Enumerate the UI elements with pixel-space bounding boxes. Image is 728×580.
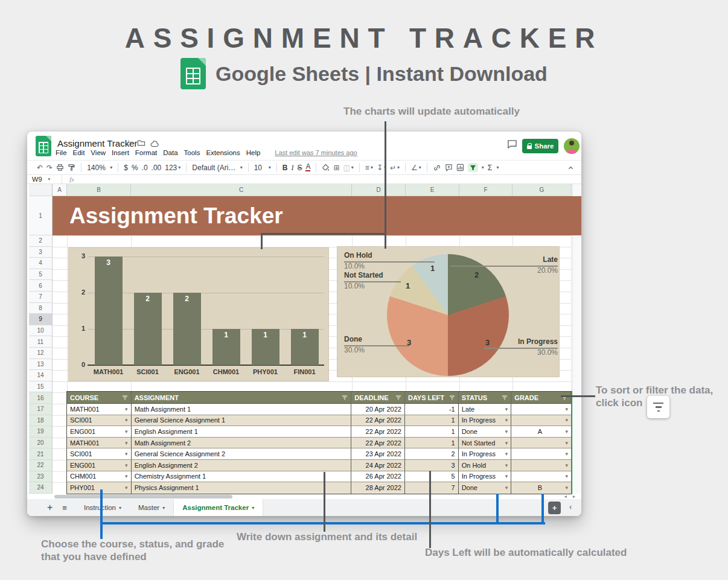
row-header-9[interactable]: 9 <box>29 314 53 325</box>
cell-dropdown-icon[interactable]: ▾ <box>125 440 128 446</box>
row-header-6[interactable]: 6 <box>29 280 53 292</box>
cell-dropdown-icon[interactable]: ▾ <box>565 473 568 479</box>
paint-format-icon[interactable] <box>68 164 75 171</box>
banner-cell[interactable]: Assignment Tracker <box>53 196 581 235</box>
merge-cells-icon[interactable]: ◫▾ <box>343 164 354 171</box>
cell-status[interactable]: On Hold▾ <box>459 460 512 471</box>
cell-assignment[interactable]: Math Assignment 1 <box>132 404 352 415</box>
cell-dropdown-icon[interactable]: ▾ <box>125 473 128 479</box>
cell-dropdown-icon[interactable]: ▾ <box>505 485 508 491</box>
menu-data[interactable]: Data <box>163 149 177 156</box>
cell-course[interactable]: MATH001▾ <box>67 438 132 449</box>
cell-deadline[interactable]: 26 Apr 2022 <box>351 471 405 483</box>
redo-icon[interactable]: ↷ <box>46 164 53 171</box>
add-sheet-icon[interactable]: + <box>47 502 53 513</box>
cell-dropdown-icon[interactable]: ▾ <box>565 417 568 423</box>
cell-status[interactable]: Not Started▾ <box>459 438 512 449</box>
borders-icon[interactable]: ⊞ <box>333 164 339 171</box>
more-formats-select[interactable]: 123▾ <box>165 164 180 171</box>
column-header-deadline[interactable]: DEADLINE <box>351 392 405 404</box>
cell-dropdown-icon[interactable]: ▾ <box>125 429 128 435</box>
cell-dropdown-icon[interactable]: ▾ <box>505 451 508 457</box>
column-filter-icon[interactable] <box>342 395 348 401</box>
row-header-10[interactable]: 10 <box>29 325 53 337</box>
cell-dropdown-icon[interactable]: ▾ <box>565 485 568 491</box>
print-icon[interactable] <box>56 164 64 171</box>
insert-comment-icon[interactable] <box>445 164 453 171</box>
cell-deadline[interactable]: 22 Apr 2022 <box>351 438 405 449</box>
text-wrap-icon[interactable]: ↵▾ <box>390 164 400 171</box>
cell-course[interactable]: ENG001▾ <box>67 426 132 438</box>
row-header-2[interactable]: 2 <box>29 235 53 247</box>
column-header-D[interactable]: D <box>352 184 406 196</box>
column-filter-icon[interactable] <box>449 395 455 401</box>
menu-format[interactable]: Format <box>135 149 157 156</box>
cell-dropdown-icon[interactable]: ▾ <box>125 462 128 468</box>
horizontal-align-icon[interactable]: ≡▾ <box>365 164 373 171</box>
row-header-15[interactable]: 15 <box>29 381 53 393</box>
collapse-toolbar-icon[interactable] <box>567 163 574 174</box>
cell-grade[interactable]: ▾ <box>511 404 571 415</box>
name-box[interactable]: W9▾ <box>27 175 62 183</box>
bar-CHM001[interactable]: 1 <box>212 329 240 365</box>
row-header-21[interactable]: 21 <box>29 448 53 460</box>
cell-dropdown-icon[interactable]: ▾ <box>505 462 508 468</box>
column-header-status[interactable]: STATUS <box>459 392 512 404</box>
row-header-24[interactable]: 24 <box>29 482 53 494</box>
cell-dropdown-icon[interactable]: ▾ <box>505 406 508 412</box>
column-header-B[interactable]: B <box>67 184 131 196</box>
cell-dropdown-icon[interactable]: ▾ <box>505 440 508 446</box>
cell-days-left[interactable]: 5 <box>405 471 459 483</box>
cell-days-left[interactable]: 1 <box>405 438 459 449</box>
row-header-20[interactable]: 20 <box>29 438 53 449</box>
cell-status[interactable]: In Progress▾ <box>459 448 512 460</box>
menu-help[interactable]: Help <box>246 149 261 156</box>
cell-grade[interactable]: ▾ <box>511 460 571 471</box>
column-filter-icon[interactable] <box>395 395 401 401</box>
menu-tools[interactable]: Tools <box>184 149 200 156</box>
scrollbar-thumb[interactable] <box>54 495 232 499</box>
cell-dropdown-icon[interactable]: ▾ <box>565 406 568 412</box>
cloud-status-icon[interactable] <box>150 140 159 148</box>
cell-days-left[interactable]: 1 <box>405 415 459 427</box>
cell-course[interactable]: CHM001▾ <box>67 471 132 483</box>
side-panel-icon[interactable]: + <box>548 502 561 514</box>
cell-days-left[interactable]: -1 <box>405 404 459 415</box>
cell-status[interactable]: Late▾ <box>459 404 512 415</box>
increase-decimal-icon[interactable]: .00 <box>152 164 162 171</box>
cell-dropdown-icon[interactable]: ▾ <box>125 451 128 457</box>
zoom-select[interactable]: 140% ▾ <box>87 164 112 171</box>
cell-course[interactable]: ENG001▾ <box>67 460 132 471</box>
font-size-select[interactable]: 10 ▾ <box>254 164 271 171</box>
format-currency-icon[interactable]: $ <box>124 164 128 171</box>
column-header-assignment[interactable]: ASSIGNMENT <box>132 392 352 404</box>
cell-deadline[interactable]: 28 Apr 2022 <box>351 482 405 494</box>
strikethrough-icon[interactable]: S <box>297 164 302 171</box>
last-edit-link[interactable]: Last edit was 7 minutes ago <box>275 149 357 156</box>
cell-assignment[interactable]: Math Assignment 2 <box>132 438 352 449</box>
column-header-C[interactable]: C <box>131 184 352 196</box>
bar-FIN001[interactable]: 1 <box>291 329 319 365</box>
cell-dropdown-icon[interactable]: ▾ <box>505 417 508 423</box>
cell-course[interactable]: MATH001▾ <box>67 404 132 415</box>
cell-deadline[interactable]: 22 Apr 2022 <box>351 415 405 427</box>
create-filter-icon[interactable] <box>468 163 478 172</box>
row-header-5[interactable]: 5 <box>29 269 53 281</box>
pie-chart[interactable]: 2 3 3 1 1 On Hold10.0% Not Started10.0% … <box>337 246 560 377</box>
row-header-16[interactable]: 16 <box>29 392 53 404</box>
row-header-19[interactable]: 19 <box>29 426 53 438</box>
row-header-17[interactable]: 17 <box>29 404 53 415</box>
cell-deadline[interactable]: 23 Apr 2022 <box>351 448 405 460</box>
column-filter-icon[interactable] <box>502 395 508 401</box>
cell-dropdown-icon[interactable]: ▾ <box>505 473 508 479</box>
cell-deadline[interactable]: 20 Apr 2022 <box>351 404 405 415</box>
row-header-1[interactable]: 1 <box>29 196 53 235</box>
cell-dropdown-icon[interactable]: ▾ <box>125 417 128 423</box>
cell-assignment[interactable]: General Science Assignment 2 <box>132 448 352 460</box>
row-header-18[interactable]: 18 <box>29 415 53 427</box>
star-icon[interactable]: ☆ <box>125 139 133 147</box>
column-header-course[interactable]: COURSE <box>67 392 132 404</box>
text-rotation-icon[interactable]: ∠▾ <box>411 164 421 171</box>
cell-dropdown-icon[interactable]: ▾ <box>565 462 568 468</box>
row-header-7[interactable]: 7 <box>29 292 53 303</box>
